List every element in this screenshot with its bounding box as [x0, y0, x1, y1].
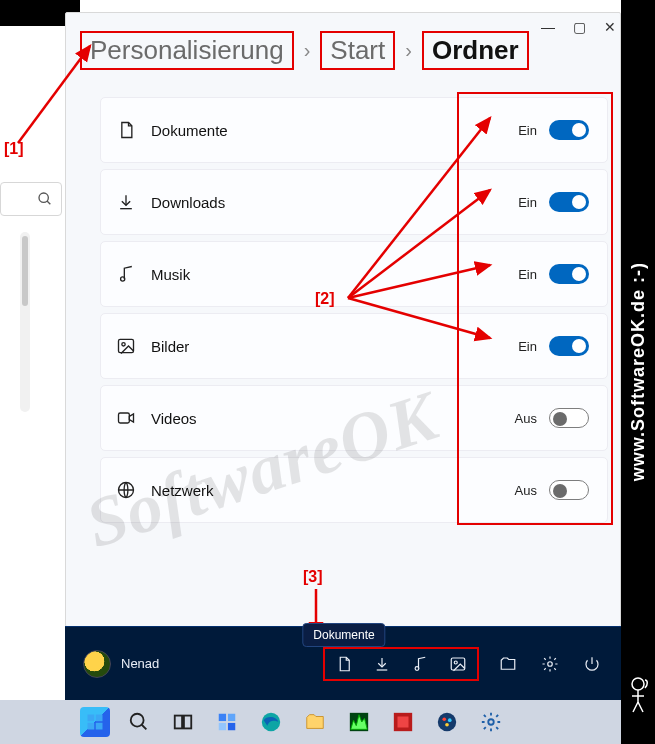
dokumente-icon	[115, 119, 137, 141]
svg-line-1	[47, 201, 50, 204]
startmenu-bottom: Nenad Dokumente	[65, 626, 621, 700]
toggle-netzwerk[interactable]	[549, 480, 589, 500]
sidebar-search-stub[interactable]	[0, 182, 62, 216]
settings-item-label: Downloads	[151, 194, 225, 211]
annotation-2-arrows	[340, 110, 540, 390]
breadcrumb: Personalisierung › Start › Ordner	[80, 31, 529, 70]
annotation-3-label: [3]	[303, 568, 323, 586]
svg-point-39	[448, 718, 452, 722]
toggle-downloads[interactable]	[549, 192, 589, 212]
user-name: Nenad	[121, 656, 159, 671]
annotation-1-arrow	[12, 38, 102, 148]
svg-line-26	[142, 725, 147, 730]
user-account-button[interactable]: Nenad	[83, 650, 159, 678]
startmenu-documents-icon[interactable]: Dokumente	[333, 653, 355, 675]
bilder-icon	[115, 335, 137, 357]
svg-rect-28	[184, 716, 191, 729]
search-icon	[37, 191, 53, 207]
svg-line-13	[348, 298, 490, 338]
svg-rect-32	[228, 723, 235, 730]
startmenu-downloads-icon[interactable]	[371, 653, 393, 675]
minimize-button[interactable]: —	[541, 19, 555, 35]
taskbar-app-green-icon[interactable]	[344, 707, 374, 737]
annotation-2-label: [2]	[315, 290, 335, 308]
chevron-right-icon: ›	[403, 39, 414, 62]
toggle-state-label: Aus	[515, 411, 537, 426]
svg-point-25	[131, 714, 144, 727]
breadcrumb-personalisierung[interactable]: Personalisierung	[80, 31, 294, 70]
toggle-musik[interactable]	[549, 264, 589, 284]
svg-point-6	[122, 343, 125, 346]
taskbar-widgets-icon[interactable]	[212, 707, 242, 737]
svg-point-0	[39, 193, 48, 202]
chevron-right-icon: ›	[302, 39, 313, 62]
startmenu-folder-icons: Dokumente	[323, 647, 479, 681]
svg-point-19	[454, 661, 457, 664]
svg-rect-7	[119, 413, 130, 423]
settings-item-label: Musik	[151, 266, 190, 283]
breadcrumb-ordner[interactable]: Ordner	[422, 31, 529, 70]
taskbar-settings-icon[interactable]	[476, 707, 506, 737]
settings-item-label: Bilder	[151, 338, 189, 355]
svg-point-42	[632, 678, 644, 690]
scrollbar-thumb[interactable]	[22, 236, 28, 306]
svg-rect-18	[451, 658, 465, 670]
toggle-dokumente[interactable]	[549, 120, 589, 140]
svg-point-4	[121, 277, 125, 281]
startmenu-system-icons	[497, 653, 603, 675]
settings-item-videos[interactable]: VideosAus	[100, 385, 608, 451]
startmenu-explorer-icon[interactable]	[497, 653, 519, 675]
settings-item-netzwerk[interactable]: NetzwerkAus	[100, 457, 608, 523]
svg-point-20	[548, 661, 553, 666]
svg-rect-36	[398, 717, 409, 728]
mascot-icon	[623, 674, 653, 714]
maximize-button[interactable]: ▢	[573, 19, 586, 35]
svg-rect-5	[119, 339, 134, 352]
toggle-videos[interactable]	[549, 408, 589, 428]
netzwerk-icon	[115, 479, 137, 501]
close-button[interactable]: ✕	[604, 19, 616, 35]
taskbar-taskview-icon[interactable]	[168, 707, 198, 737]
svg-rect-23	[88, 723, 95, 730]
downloads-icon	[115, 191, 137, 213]
tooltip: Dokumente	[302, 623, 385, 647]
svg-point-37	[438, 713, 456, 731]
breadcrumb-start[interactable]: Start	[320, 31, 395, 70]
svg-rect-29	[219, 714, 226, 721]
startmenu-music-icon[interactable]	[409, 653, 431, 675]
settings-item-label: Dokumente	[151, 122, 228, 139]
svg-point-40	[445, 723, 449, 727]
svg-point-33	[262, 713, 280, 731]
svg-point-41	[488, 719, 494, 725]
startmenu-settings-icon[interactable]	[539, 653, 561, 675]
settings-item-label: Videos	[151, 410, 197, 427]
settings-item-label: Netzwerk	[151, 482, 214, 499]
musik-icon	[115, 263, 137, 285]
svg-rect-27	[175, 716, 182, 729]
svg-rect-31	[219, 723, 226, 730]
branding-text: www.SoftwareOK.de :-)	[628, 262, 649, 481]
toggle-bilder[interactable]	[549, 336, 589, 356]
branding-sidebar: www.SoftwareOK.de :-)	[621, 0, 655, 744]
window-controls: — ▢ ✕	[541, 19, 616, 35]
taskbar-edge-icon[interactable]	[256, 707, 286, 737]
svg-line-9	[18, 46, 90, 143]
svg-rect-24	[96, 723, 103, 730]
videos-icon	[115, 407, 137, 429]
taskbar-app-palette-icon[interactable]	[432, 707, 462, 737]
svg-rect-30	[228, 714, 235, 721]
toggle-state-label: Aus	[515, 483, 537, 498]
avatar	[83, 650, 111, 678]
taskbar-search-icon[interactable]	[124, 707, 154, 737]
taskbar-app-red-icon[interactable]	[388, 707, 418, 737]
svg-point-17	[415, 666, 419, 670]
taskbar-explorer-icon[interactable]	[300, 707, 330, 737]
sidebar-scrollbar[interactable]	[20, 232, 30, 412]
startmenu-pictures-icon[interactable]	[447, 653, 469, 675]
taskbar-start-button[interactable]	[80, 707, 110, 737]
svg-rect-21	[88, 715, 95, 722]
svg-point-38	[442, 717, 446, 721]
startmenu-power-icon[interactable]	[581, 653, 603, 675]
taskbar	[0, 700, 621, 744]
svg-rect-22	[96, 715, 103, 722]
